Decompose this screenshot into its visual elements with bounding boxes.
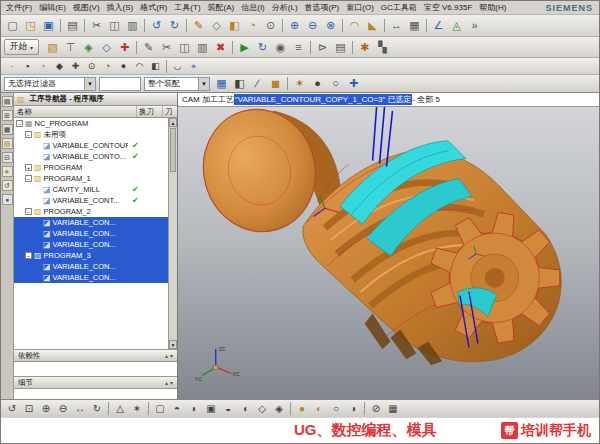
snapshot-icon[interactable]: ✶ [129, 402, 145, 416]
highlight-icon[interactable]: ✶ [291, 76, 308, 92]
post-process-icon[interactable]: ⊳ [314, 39, 331, 55]
pattern-feature-icon[interactable]: ▦ [406, 18, 423, 34]
menu-item[interactable]: 首选项(P) [304, 2, 341, 13]
shaded-view-icon[interactable]: ● [294, 402, 310, 416]
tree-row[interactable]: ◪VARIABLE_CONTO...✔ [14, 151, 168, 162]
zoom-out-icon[interactable]: ⊖ [55, 402, 71, 416]
hide-object-icon[interactable]: ● [309, 76, 326, 92]
column-header[interactable]: 换刀 [137, 106, 163, 117]
collapse-icon[interactable]: − [25, 175, 32, 182]
point-on-curve-icon[interactable]: ◠ [132, 60, 147, 73]
control-point-icon[interactable]: ◆ [52, 60, 67, 73]
select-body-icon[interactable]: ◼ [267, 76, 284, 92]
generate-toolpath-icon[interactable]: ▶ [236, 39, 253, 55]
tree-row[interactable]: −▨PROGRAM_3 [14, 250, 168, 261]
column-header[interactable]: 名称 [14, 106, 137, 117]
dependencies-panel-header[interactable]: 依赖性 ▴▾ [14, 349, 177, 362]
shaded-with-edges-icon[interactable]: ◐ [311, 402, 327, 416]
left-view-icon[interactable]: ◖ [237, 402, 253, 416]
tree-row[interactable]: −▨未用项 [14, 129, 168, 140]
menu-item[interactable]: 帮助(H) [478, 2, 507, 13]
tree-row[interactable]: ◪VARIABLE_CON... [14, 261, 168, 272]
more-commands-icon[interactable]: » [466, 18, 483, 34]
datum-plane-icon[interactable]: ◇ [208, 18, 225, 34]
navigator-header[interactable]: ▧ 工序导航器 - 程序顺序 [14, 93, 177, 106]
wireframe-view-icon[interactable]: ○ [328, 402, 344, 416]
create-method-icon[interactable]: ◇ [98, 39, 115, 55]
open-icon[interactable]: ◳ [22, 18, 39, 34]
create-operation-icon[interactable]: ✚ [116, 39, 133, 55]
cut-object-icon[interactable]: ✂ [158, 39, 175, 55]
intersect-icon[interactable]: ⊗ [322, 18, 339, 34]
top-view-icon[interactable]: ◓ [169, 402, 185, 416]
shop-documentation-icon[interactable]: ▤ [332, 39, 349, 55]
tree-row[interactable]: ◪VARIABLE_CON... [14, 272, 168, 283]
enable-snap-icon[interactable]: ⌖ [186, 60, 201, 73]
chamfer-icon[interactable]: ◣ [364, 18, 381, 34]
menu-item[interactable]: 编辑(E) [38, 2, 67, 13]
assembly-navigator-icon[interactable]: ▤ [2, 96, 13, 107]
paste-object-icon[interactable]: ▥ [194, 39, 211, 55]
create-program-icon[interactable]: ▧ [44, 39, 61, 55]
operation-navigator-toggle-icon[interactable]: ▚ [374, 39, 391, 55]
sketch-icon[interactable]: ✎ [190, 18, 207, 34]
collapse-down-icon[interactable]: ▾ [170, 379, 173, 386]
hole-icon[interactable]: ⊙ [262, 18, 279, 34]
tree-row[interactable]: +▨PROGRAM [14, 162, 168, 173]
wcs-dynamics-icon[interactable]: ✚ [345, 76, 362, 92]
right-view-icon[interactable]: ◗ [186, 402, 202, 416]
replay-toolpath-icon[interactable]: ↻ [254, 39, 271, 55]
tree-row[interactable]: −▨PROGRAM_1 [14, 173, 168, 184]
viewport-3d[interactable]: XC YC ZC [178, 107, 599, 399]
menu-item[interactable]: 视图(V) [72, 2, 101, 13]
constraint-navigator-icon[interactable]: ⊞ [2, 110, 13, 121]
machining-environment-icon[interactable]: ✱ [356, 39, 373, 55]
rotate-view-icon[interactable]: ↻ [89, 402, 105, 416]
window-layout-icon[interactable]: ▦ [385, 402, 401, 416]
analysis-icon[interactable]: ◬ [448, 18, 465, 34]
part-navigator-icon[interactable]: ▦ [2, 124, 13, 135]
intersection-point-icon[interactable]: ✚ [68, 60, 83, 73]
menu-item[interactable]: 宝空 V6.935F [423, 2, 473, 13]
front-view-icon[interactable]: ▢ [152, 402, 168, 416]
tree-row[interactable]: ◪VARIABLE_CONT...✔ [14, 195, 168, 206]
tree-row[interactable]: −▨PROGRAM_2 [14, 206, 168, 217]
point-on-surface-icon[interactable]: ◧ [148, 60, 163, 73]
existing-point-icon[interactable]: ● [116, 60, 131, 73]
name-filter-input[interactable] [99, 77, 141, 91]
selection-filter-combo[interactable]: 无选择过滤器 ▼ [4, 77, 96, 91]
scrollbar-track[interactable] [169, 127, 177, 340]
start-menu-button[interactable]: 开始 ▾ [4, 39, 39, 55]
create-geometry-icon[interactable]: ◈ [80, 39, 97, 55]
extrude-icon[interactable]: ◧ [226, 18, 243, 34]
tree-row[interactable]: ◪VARIABLE_CON... [14, 228, 168, 239]
menu-item[interactable]: 窗口(O) [345, 2, 375, 13]
scroll-down-icon[interactable]: ▼ [169, 340, 177, 349]
mid-point-icon[interactable]: ◦ [36, 60, 51, 73]
perspective-view-icon[interactable]: △ [112, 402, 128, 416]
tree-row[interactable]: ◪VARIABLE_CON... [14, 217, 168, 228]
select-edge-icon[interactable]: ∕ [249, 76, 266, 92]
measure-icon[interactable]: ∠ [430, 18, 447, 34]
scroll-up-icon[interactable]: ▲ [169, 118, 177, 127]
viewport-canvas[interactable]: XC YC ZC [178, 107, 599, 399]
create-tool-icon[interactable]: ⊤ [62, 39, 79, 55]
delete-object-icon[interactable]: ✖ [212, 39, 229, 55]
isometric-view-icon[interactable]: ◇ [254, 402, 270, 416]
select-all-icon[interactable]: ▦ [213, 76, 230, 92]
copy-object-icon[interactable]: ◫ [176, 39, 193, 55]
tangent-snap-icon[interactable]: ◡ [170, 60, 185, 73]
tree-row[interactable]: −▦NC_PROGRAM [14, 118, 168, 129]
studio-render-icon[interactable]: ◑ [345, 402, 361, 416]
reuse-library-icon[interactable]: ★ [2, 166, 13, 177]
edge-blend-icon[interactable]: ◠ [346, 18, 363, 34]
selection-scope-combo[interactable]: 整个装配 ▼ [144, 77, 210, 91]
undo-icon[interactable]: ↺ [148, 18, 165, 34]
refresh-view-icon[interactable]: ↺ [4, 402, 20, 416]
roles-palette-icon[interactable]: ● [2, 194, 13, 205]
new-icon[interactable]: ▢ [4, 18, 21, 34]
back-view-icon[interactable]: ▣ [203, 402, 219, 416]
collapse-down-icon[interactable]: ▾ [170, 352, 173, 359]
move-object-icon[interactable]: ↔ [388, 18, 405, 34]
paste-icon[interactable]: ▥ [124, 18, 141, 34]
